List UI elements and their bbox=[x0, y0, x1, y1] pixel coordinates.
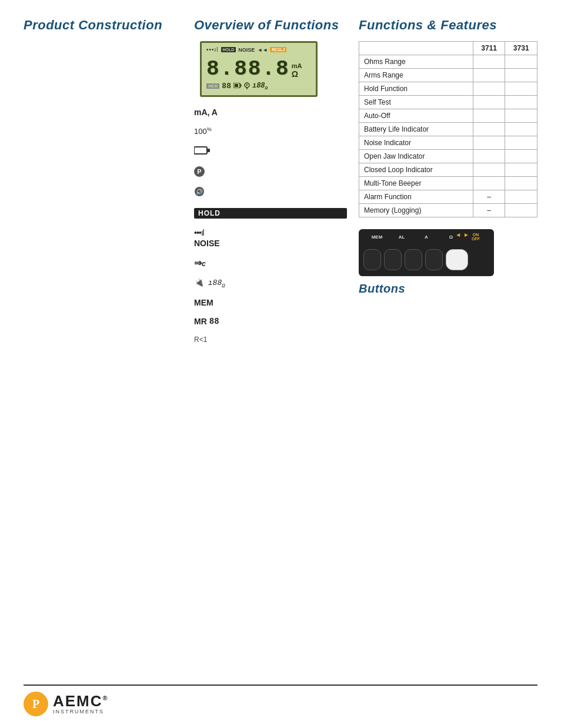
col-functions: Functions & Features 3711 3731 Ohms Rang… bbox=[347, 18, 537, 353]
feature-arms: Arms Range bbox=[359, 69, 473, 82]
overview-item-mem: MEM bbox=[194, 298, 347, 307]
lcd-main-digits: 8 . 8 8 . 8 mA Ω bbox=[206, 54, 311, 80]
table-row: Multi-Tone Beeper bbox=[359, 177, 537, 190]
overview-items-list: mA, A 100% P bbox=[194, 108, 347, 344]
overview-item-r1: R<1 bbox=[194, 336, 347, 344]
lcd-digit-dot: . bbox=[221, 59, 233, 80]
btn-omega[interactable] bbox=[425, 249, 443, 270]
ohms-3711 bbox=[473, 55, 505, 69]
btn-al[interactable] bbox=[384, 249, 402, 270]
noise-label: NOISE bbox=[194, 239, 220, 248]
closedloop-3711 bbox=[473, 163, 505, 177]
aemc-reg-symbol: ® bbox=[103, 695, 109, 702]
btn-on-off[interactable] bbox=[446, 249, 468, 270]
table-row: Closed Loop Indicator bbox=[359, 163, 537, 177]
top-section: Product Construction Overview of Functio… bbox=[24, 18, 537, 353]
btn-a[interactable] bbox=[405, 249, 422, 270]
arms-3731 bbox=[505, 69, 537, 82]
btn-label-row: MEM AL A Ω ONOFF bbox=[365, 233, 488, 241]
feature-memory: Memory (Logging) bbox=[359, 204, 473, 217]
aemc-p-logo: P bbox=[32, 697, 39, 711]
lcd-rc-badge: RC1LJ bbox=[270, 47, 286, 52]
beeper-3731 bbox=[505, 177, 537, 190]
noise-3731 bbox=[505, 136, 537, 150]
btn-label-omega: Ω bbox=[442, 234, 460, 240]
footer-bar: P AEMC® INSTRUMENTS bbox=[24, 685, 537, 716]
overview-item-battery bbox=[194, 146, 347, 157]
memory-3711: – bbox=[473, 204, 505, 217]
lcd-digit-dot2: . bbox=[262, 59, 275, 80]
autooff-3711 bbox=[473, 109, 505, 123]
overview-item-arrow: ⇒c bbox=[194, 257, 347, 269]
hold-3731 bbox=[505, 82, 537, 96]
beeper-3711 bbox=[473, 177, 505, 190]
aemc-logo: P AEMC® INSTRUMENTS bbox=[24, 692, 109, 716]
lcd-digit-3: 8 bbox=[248, 59, 261, 80]
feature-self-test: Self Test bbox=[359, 96, 473, 109]
hold-badge-icon: HOLD bbox=[194, 208, 347, 219]
lcd-digit-4: 8 bbox=[276, 59, 289, 80]
overview-item-calib: 🔌 ı88Ω bbox=[194, 278, 347, 289]
hold-3711 bbox=[473, 82, 505, 96]
feature-ohms: Ohms Range bbox=[359, 55, 473, 69]
page-container: Product Construction Overview of Functio… bbox=[0, 0, 561, 728]
mem-label: MEM bbox=[194, 298, 347, 307]
circle-p-icon: P bbox=[194, 166, 205, 177]
table-row: Battery Life Indicator bbox=[359, 123, 537, 136]
overview-heading: Overview of Functions bbox=[194, 18, 347, 33]
overview-item-hold: HOLD bbox=[194, 208, 347, 219]
table-row: Auto-Off bbox=[359, 109, 537, 123]
feature-closed-loop: Closed Loop Indicator bbox=[359, 163, 473, 177]
table-row: Arms Range bbox=[359, 69, 537, 82]
btn-label-al: AL bbox=[393, 234, 410, 240]
lcd-digit-1: 8 bbox=[206, 59, 219, 80]
svg-rect-6 bbox=[194, 147, 207, 154]
battery-icon bbox=[194, 146, 347, 157]
lcd-signal-dots: •••ıl bbox=[206, 46, 219, 53]
alarm-3731 bbox=[505, 190, 537, 204]
col-overview: Overview of Functions •••ıl HOLD NOISE ◄… bbox=[188, 18, 347, 353]
speaker-icon: 🔊 bbox=[194, 186, 347, 199]
aemc-brand-name: AEMC® bbox=[53, 693, 109, 710]
table-row: Open Jaw Indicator bbox=[359, 150, 537, 163]
overview-item-speaker: 🔊 bbox=[194, 186, 347, 199]
lcd-mem-badge: MEM bbox=[206, 83, 219, 89]
calib-icon: 🔌 ı88Ω bbox=[194, 278, 347, 289]
selftest-3731 bbox=[505, 96, 537, 109]
lcd-display: •••ıl HOLD NOISE ◄◄ RC1LJ 8 . 8 8 . 8 mA… bbox=[200, 41, 318, 97]
table-row: Self Test bbox=[359, 96, 537, 109]
autooff-3731 bbox=[505, 109, 537, 123]
aemc-text-col: AEMC® INSTRUMENTS bbox=[53, 693, 109, 715]
btn-mem[interactable] bbox=[363, 249, 381, 270]
overview-item-100pct: 100% bbox=[194, 126, 347, 136]
table-row: Noise Indicator bbox=[359, 136, 537, 150]
selftest-3711 bbox=[473, 96, 505, 109]
feature-hold: Hold Function bbox=[359, 82, 473, 96]
memory-3731 bbox=[505, 204, 537, 217]
battery-3711 bbox=[473, 123, 505, 136]
openjaw-3731 bbox=[505, 150, 537, 163]
noise-3711 bbox=[473, 136, 505, 150]
btn-label-mem: MEM bbox=[368, 234, 386, 240]
lcd-digit-2: 8 bbox=[234, 59, 247, 80]
overview-item-mr: MR 88 bbox=[194, 317, 347, 326]
lcd-plug-sym: P bbox=[244, 82, 250, 90]
buttons-row bbox=[363, 249, 489, 270]
svg-text:🔊: 🔊 bbox=[196, 188, 203, 196]
battery-3731 bbox=[505, 123, 537, 136]
alarm-3711: – bbox=[473, 190, 505, 204]
lcd-small-digits: 88 bbox=[222, 82, 231, 90]
col-product: Product Construction bbox=[24, 18, 188, 353]
aemc-instruments-text: INSTRUMENTS bbox=[53, 709, 109, 715]
feature-noise: Noise Indicator bbox=[359, 136, 473, 150]
svg-rect-1 bbox=[240, 85, 241, 87]
arrow-indicator-icon: ⇒c bbox=[194, 257, 347, 269]
overview-item-noise: •••ıl NOISE bbox=[194, 228, 347, 248]
closedloop-3731 bbox=[505, 163, 537, 177]
noise-signal-row: •••ıl bbox=[194, 228, 347, 237]
col-3711: 3711 bbox=[473, 42, 505, 55]
lcd-noise-text: NOISE bbox=[238, 47, 255, 53]
signal-bars-icon: •••ıl bbox=[194, 228, 204, 237]
col-feature bbox=[359, 42, 473, 55]
lcd-omega-unit: Ω bbox=[292, 69, 298, 79]
